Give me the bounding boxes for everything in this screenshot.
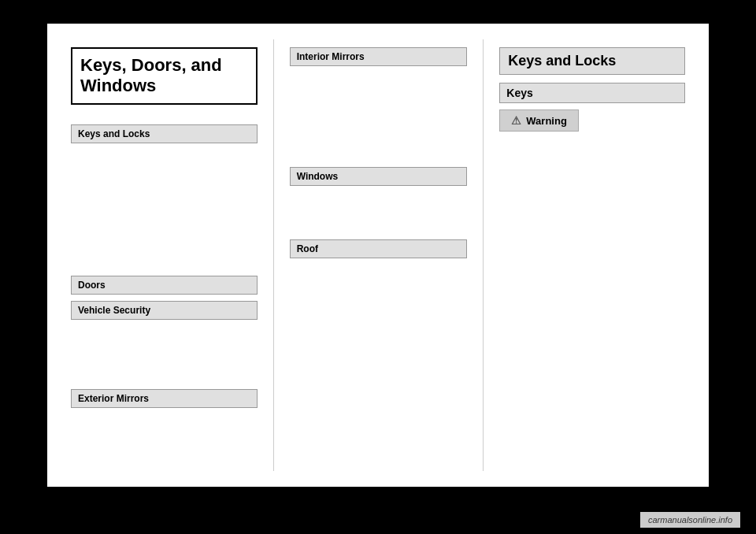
column-3: Keys and Locks Keys ⚠ Warning (483, 39, 693, 471)
page-content: Keys, Doors, and Windows Keys and Locks … (47, 24, 709, 487)
section-header-interior-mirrors[interactable]: Interior Mirrors (290, 47, 468, 66)
section-header-doors[interactable]: Doors (71, 276, 258, 295)
main-title: Keys, Doors, and Windows (71, 47, 258, 105)
warning-icon: ⚠ (511, 114, 521, 127)
section-header-keys-locks[interactable]: Keys and Locks (71, 124, 258, 143)
warning-badge: ⚠ Warning (499, 109, 579, 132)
section-header-roof[interactable]: Roof (290, 239, 468, 258)
section-header-exterior-mirrors[interactable]: Exterior Mirrors (71, 389, 258, 408)
col3-title[interactable]: Keys and Locks (499, 47, 685, 75)
column-1: Keys, Doors, and Windows Keys and Locks … (63, 39, 273, 471)
warning-label: Warning (526, 115, 567, 127)
section-header-vehicle-security[interactable]: Vehicle Security (71, 301, 258, 320)
footer-watermark: carmanualsonline.info (640, 512, 740, 528)
column-2: Interior Mirrors Windows Roof (273, 39, 484, 471)
col3-subtitle[interactable]: Keys (499, 83, 685, 103)
section-header-windows[interactable]: Windows (290, 167, 468, 186)
